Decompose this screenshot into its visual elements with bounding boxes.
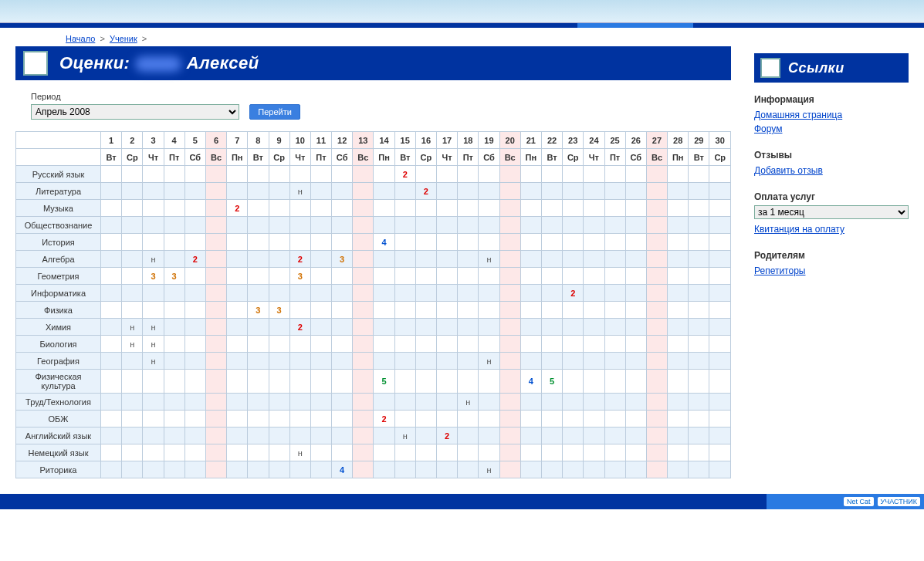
grade-cell[interactable] bbox=[227, 353, 248, 370]
grade-cell[interactable] bbox=[332, 268, 353, 285]
grade-cell[interactable] bbox=[709, 268, 731, 285]
grade-cell[interactable] bbox=[709, 336, 731, 353]
grade-cell[interactable] bbox=[205, 444, 226, 461]
grade-cell[interactable] bbox=[143, 444, 164, 461]
grade-cell[interactable] bbox=[499, 302, 520, 319]
grade-cell[interactable] bbox=[625, 461, 646, 478]
grade-cell[interactable] bbox=[205, 370, 226, 394]
grade-cell[interactable] bbox=[668, 411, 689, 428]
grade-cell[interactable] bbox=[353, 319, 374, 336]
grade-cell[interactable] bbox=[479, 428, 499, 444]
grade-cell[interactable] bbox=[227, 285, 248, 302]
grade-cell[interactable] bbox=[353, 217, 374, 234]
grade-cell[interactable] bbox=[143, 370, 164, 394]
grade-cell[interactable] bbox=[164, 428, 184, 444]
grade-cell[interactable] bbox=[668, 353, 689, 370]
grade-cell[interactable] bbox=[122, 285, 143, 302]
grade-cell[interactable] bbox=[353, 336, 374, 353]
grade-cell[interactable] bbox=[646, 166, 667, 183]
grade-cell[interactable] bbox=[437, 285, 458, 302]
grade-cell[interactable] bbox=[374, 302, 394, 319]
grade-cell[interactable] bbox=[101, 461, 122, 478]
grade-cell[interactable] bbox=[709, 428, 731, 444]
grade-cell[interactable] bbox=[184, 336, 205, 353]
grade-cell[interactable] bbox=[709, 394, 731, 411]
grade-cell[interactable] bbox=[143, 394, 164, 411]
grade-cell[interactable] bbox=[184, 166, 205, 183]
grade-cell[interactable] bbox=[584, 200, 604, 217]
grade-cell[interactable] bbox=[122, 428, 143, 444]
grade-cell[interactable] bbox=[689, 336, 709, 353]
grade-cell[interactable] bbox=[668, 370, 689, 394]
grade-cell[interactable] bbox=[415, 268, 436, 285]
grade-cell[interactable] bbox=[164, 444, 184, 461]
grade-cell[interactable] bbox=[479, 183, 499, 200]
grade-cell[interactable] bbox=[269, 411, 289, 428]
grade-cell[interactable] bbox=[184, 234, 205, 251]
grade-cell[interactable] bbox=[143, 411, 164, 428]
grade-cell[interactable] bbox=[205, 336, 226, 353]
grade-cell[interactable] bbox=[625, 319, 646, 336]
grade-cell[interactable] bbox=[415, 217, 436, 234]
grade-cell[interactable] bbox=[625, 183, 646, 200]
grade-cell[interactable] bbox=[143, 428, 164, 444]
grade-cell[interactable] bbox=[668, 268, 689, 285]
grade-cell[interactable] bbox=[625, 251, 646, 268]
grade-cell[interactable] bbox=[353, 444, 374, 461]
grade-cell[interactable] bbox=[332, 200, 353, 217]
grade-cell[interactable] bbox=[520, 217, 541, 234]
grade-cell[interactable] bbox=[668, 251, 689, 268]
grade-cell[interactable]: н bbox=[289, 183, 310, 200]
grade-cell[interactable] bbox=[248, 183, 269, 200]
grade-cell[interactable] bbox=[479, 370, 499, 394]
grade-cell[interactable] bbox=[310, 251, 331, 268]
grade-cell[interactable] bbox=[437, 336, 458, 353]
grade-cell[interactable] bbox=[437, 183, 458, 200]
grade-cell[interactable] bbox=[625, 285, 646, 302]
grade-cell[interactable] bbox=[646, 319, 667, 336]
grade-cell[interactable] bbox=[437, 200, 458, 217]
grade-cell[interactable]: 2 bbox=[415, 183, 436, 200]
grade-cell[interactable] bbox=[289, 217, 310, 234]
grade-cell[interactable] bbox=[541, 217, 562, 234]
grade-cell[interactable] bbox=[458, 428, 479, 444]
grade-cell[interactable] bbox=[499, 183, 520, 200]
grade-cell[interactable] bbox=[437, 444, 458, 461]
grade-cell[interactable] bbox=[310, 461, 331, 478]
grade-cell[interactable] bbox=[604, 428, 625, 444]
grade-cell[interactable] bbox=[248, 370, 269, 394]
grade-cell[interactable]: н bbox=[479, 353, 499, 370]
grade-cell[interactable]: 2 bbox=[374, 411, 394, 428]
grade-cell[interactable] bbox=[520, 336, 541, 353]
grade-cell[interactable] bbox=[668, 394, 689, 411]
grade-cell[interactable] bbox=[604, 319, 625, 336]
grade-cell[interactable] bbox=[415, 285, 436, 302]
grade-cell[interactable] bbox=[689, 394, 709, 411]
grade-cell[interactable]: 3 bbox=[269, 302, 289, 319]
grade-cell[interactable] bbox=[689, 461, 709, 478]
grade-cell[interactable] bbox=[184, 394, 205, 411]
grade-cell[interactable] bbox=[269, 428, 289, 444]
grade-cell[interactable] bbox=[184, 200, 205, 217]
grade-cell[interactable] bbox=[646, 183, 667, 200]
grade-cell[interactable] bbox=[499, 200, 520, 217]
grade-cell[interactable]: 3 bbox=[248, 302, 269, 319]
grade-cell[interactable] bbox=[289, 353, 310, 370]
grade-cell[interactable] bbox=[646, 336, 667, 353]
grade-cell[interactable] bbox=[184, 268, 205, 285]
grade-cell[interactable]: 2 bbox=[437, 428, 458, 444]
grade-cell[interactable] bbox=[689, 200, 709, 217]
grade-cell[interactable] bbox=[646, 302, 667, 319]
grade-cell[interactable] bbox=[332, 302, 353, 319]
grade-cell[interactable]: н bbox=[143, 336, 164, 353]
grade-cell[interactable] bbox=[415, 336, 436, 353]
grade-cell[interactable] bbox=[563, 370, 584, 394]
grade-cell[interactable] bbox=[415, 251, 436, 268]
grade-cell[interactable] bbox=[689, 353, 709, 370]
grade-cell[interactable]: 2 bbox=[289, 251, 310, 268]
grade-cell[interactable] bbox=[310, 234, 331, 251]
link-tutors[interactable]: Репетиторы bbox=[754, 264, 909, 278]
grade-cell[interactable] bbox=[394, 394, 415, 411]
grade-cell[interactable] bbox=[248, 353, 269, 370]
grade-cell[interactable] bbox=[499, 217, 520, 234]
